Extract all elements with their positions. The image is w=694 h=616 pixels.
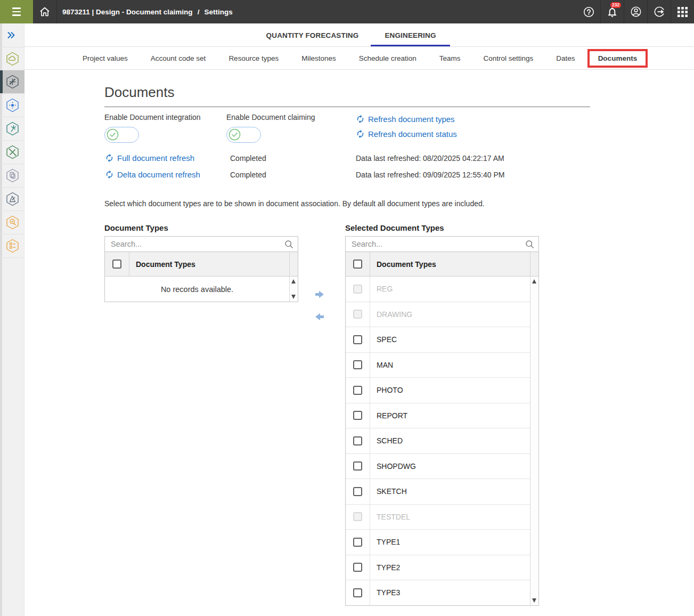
tab-engineering[interactable]: ENGINEERING [371,23,450,47]
selected-scrollbar[interactable] [530,277,538,605]
subtab-teams[interactable]: Teams [439,54,461,62]
refresh-document-types-link[interactable]: Refresh document types [356,115,455,124]
subtab-resource-types[interactable]: Resource types [228,54,279,62]
scroll-up-icon[interactable] [291,279,296,283]
available-select-all-checkbox[interactable] [112,260,121,269]
enable-claiming-label: Enable Document claiming [226,113,315,121]
move-right-button[interactable] [315,290,324,299]
enable-claiming-toggle[interactable] [226,127,261,143]
search-icon [284,240,293,249]
available-search-input[interactable] [105,240,284,248]
subtab-milestones[interactable]: Milestones [301,54,336,62]
home-icon [39,6,51,18]
row-checkbox[interactable] [353,335,362,344]
sidebar-item-checklist[interactable] [0,234,25,258]
available-search-box [104,236,298,252]
table-row-shopdwg[interactable]: SHOPDWG [346,454,530,480]
row-checkbox[interactable] [353,411,362,420]
sidebar-item-spark[interactable] [0,117,25,141]
table-row-man[interactable]: MAN [346,353,530,378]
topbar-actions: 232 [577,0,694,23]
hamburger-menu-button[interactable] [0,0,33,23]
enable-integration-toggle[interactable] [104,127,139,143]
available-grid-body: No records available. [105,277,298,302]
refresh-icon [356,115,365,124]
row-checkbox[interactable] [353,487,362,496]
table-row-type3[interactable]: TYPE3 [346,580,530,605]
sidebar-item-connected-plan[interactable] [0,70,25,94]
help-button[interactable] [577,0,600,23]
move-left-button[interactable] [315,312,324,321]
row-checkbox[interactable] [353,360,362,369]
available-grid-header: Document Types [105,252,298,277]
user-icon [630,6,642,18]
selected-header-scroll-pad [530,252,538,276]
breadcrumb-page[interactable]: Settings [204,8,232,16]
row-checkbox[interactable] [353,461,362,471]
breadcrumb: 9873211 | Design - Document claiming / S… [57,0,233,23]
title-divider [104,107,590,107]
sidebar-item-cloud[interactable] [0,47,25,70]
full-refresh-info: Data last refreshed: 08/20/2025 04:22:17… [356,154,504,163]
table-row-sched[interactable]: SCHED [346,428,530,454]
available-scrollbar[interactable] [289,277,298,302]
sidebar-item-documents[interactable] [0,164,25,188]
subtab-control-settings[interactable]: Control settings [484,54,534,62]
row-checkbox[interactable] [353,588,362,597]
row-checkbox[interactable] [353,538,362,547]
row-checkbox[interactable] [353,563,362,572]
table-row-reg[interactable]: REG [346,277,530,302]
row-checkbox [353,512,362,521]
table-row-spec[interactable]: SPEC [346,327,530,353]
home-button[interactable] [33,0,57,23]
scroll-down-icon[interactable] [532,598,536,603]
delta-document-refresh-link[interactable]: Delta document refresh [105,170,200,179]
available-column-header: Document Types [129,252,289,276]
apps-grid-button[interactable] [671,0,694,23]
table-row-report[interactable]: REPORT [346,403,530,429]
apps-grid-icon [677,7,688,17]
delta-refresh-info: Data last refreshed: 09/09/2025 12:55:40… [356,171,504,179]
spark-hexagon-icon [5,121,20,136]
row-checkbox[interactable] [353,436,362,445]
design-hexagon-icon [5,192,20,206]
table-row-type1[interactable]: TYPE1 [346,530,530,555]
connected-plan-hexagon-icon [5,75,20,89]
subtab-schedule-creation[interactable]: Schedule creation [359,54,417,62]
refresh-icon [105,170,114,179]
refresh-document-status-link[interactable]: Refresh document status [356,129,457,139]
table-row-testdel[interactable]: TESTDEL [346,505,530,530]
selected-document-types-panel: Document Types REG DRAWING SPEC MAN PHOT… [345,236,539,606]
cloud-hexagon-icon [5,52,20,66]
tools-hexagon-icon [5,145,20,159]
sidebar-item-tools[interactable] [0,141,25,164]
sidebar-item-design[interactable] [0,188,25,211]
subtab-dates[interactable]: Dates [556,54,575,62]
breadcrumb-project[interactable]: 9873211 | Design - Document claiming [62,8,193,16]
table-row-type2[interactable]: TYPE2 [346,555,530,581]
account-button[interactable] [624,0,647,23]
subtab-account-code-set[interactable]: Account code set [151,54,206,62]
logout-button[interactable] [647,0,671,23]
table-row-drawing[interactable]: DRAWING [346,302,530,328]
page-title: Documents [104,85,175,99]
selected-search-input[interactable] [346,240,525,248]
tab-quantity-forecasting[interactable]: QUANTITY FORECASTING [259,23,366,47]
table-row-sketch[interactable]: SKETCH [346,479,530,505]
selected-select-all-checkbox[interactable] [353,260,362,269]
selected-grid-body: REG DRAWING SPEC MAN PHOTO REPORT SCHED … [346,277,538,605]
sidebar-item-inspect[interactable] [0,211,25,234]
subtab-documents[interactable]: Documents [598,54,638,62]
sidebar-expand-button[interactable] [0,23,22,47]
subtab-project-values[interactable]: Project values [83,54,128,62]
notifications-button[interactable]: 232 [600,0,624,23]
full-refresh-status: Completed [230,154,266,163]
sidebar-item-control[interactable] [0,94,25,117]
row-checkbox[interactable] [353,386,362,395]
full-document-refresh-link[interactable]: Full document refresh [105,153,194,163]
table-row-photo[interactable]: PHOTO [346,378,530,403]
scroll-up-icon[interactable] [532,279,536,283]
selected-panel-title: Selected Document Types [345,223,444,232]
notification-count-badge[interactable]: 232 [610,2,621,8]
scroll-down-icon[interactable] [291,295,296,299]
